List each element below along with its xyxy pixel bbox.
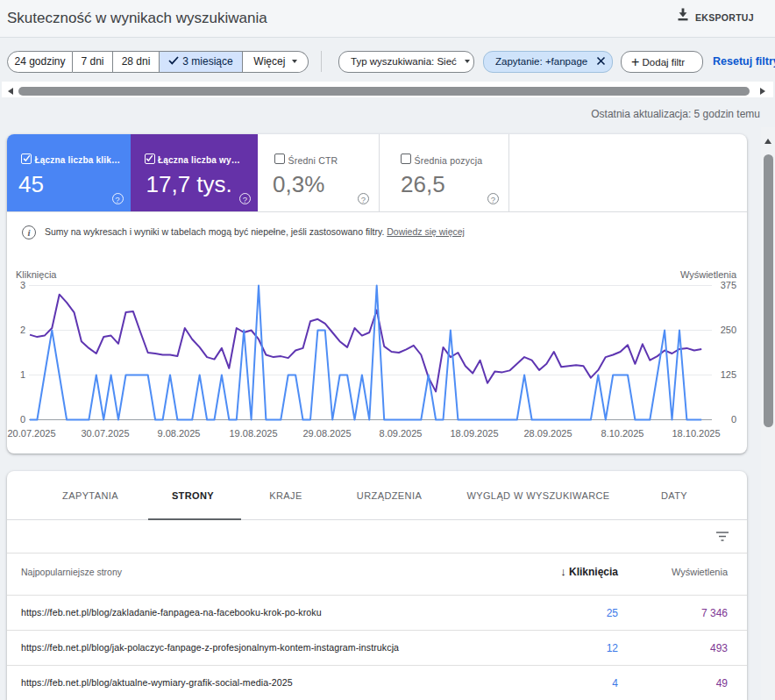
svg-text:29.08.2025: 29.08.2025 [302,428,351,439]
svg-text:8.09.2025: 8.09.2025 [380,428,423,439]
svg-text:20.07.2025: 20.07.2025 [7,428,55,439]
svg-text:0: 0 [20,414,25,425]
svg-text:28.09.2025: 28.09.2025 [523,428,572,439]
svg-text:8.10.2025: 8.10.2025 [601,428,644,439]
svg-text:0: 0 [731,414,736,425]
svg-text:9.08.2025: 9.08.2025 [158,428,201,439]
svg-text:1: 1 [20,369,25,380]
svg-text:18.10.2025: 18.10.2025 [672,428,720,439]
svg-text:3: 3 [20,280,25,290]
svg-text:19.08.2025: 19.08.2025 [229,428,277,439]
svg-text:30.07.2025: 30.07.2025 [81,428,129,439]
svg-text:125: 125 [721,369,736,380]
svg-text:250: 250 [721,325,736,335]
svg-text:375: 375 [721,280,736,290]
svg-text:18.09.2025: 18.09.2025 [450,428,498,439]
svg-text:2: 2 [20,325,25,335]
